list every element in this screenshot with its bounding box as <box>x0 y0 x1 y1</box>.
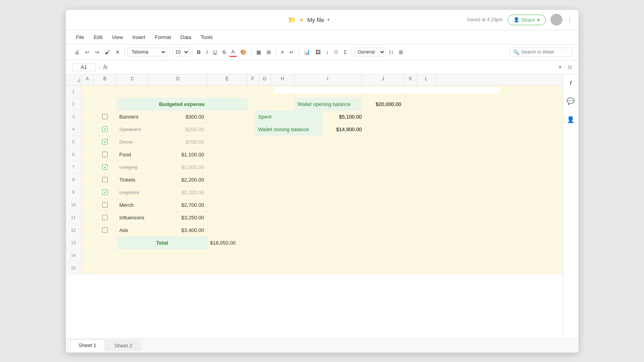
total-amount-cell[interactable]: $18,050.00 <box>208 237 239 249</box>
cell-f3[interactable] <box>208 111 220 123</box>
cell-a7[interactable] <box>82 161 93 173</box>
cell-e9[interactable]: $2,200.00 <box>176 186 208 199</box>
cell-cd8[interactable]: Tickets <box>117 174 176 186</box>
spent-label-cell[interactable]: Spent <box>255 111 322 123</box>
checkbox-merch[interactable] <box>102 202 108 208</box>
spent-value-cell[interactable]: $5,100.00 <box>322 111 366 123</box>
menu-item-format[interactable]: Format <box>151 33 175 42</box>
cell-f9[interactable] <box>208 186 220 199</box>
wallet-closing-value-cell[interactable]: $14,900.00 <box>322 123 366 136</box>
cell-cd12[interactable]: Ads <box>117 224 176 236</box>
cell-g4[interactable] <box>220 123 231 136</box>
menu-item-data[interactable]: Data <box>177 33 195 42</box>
number-format-selector[interactable]: General <box>354 48 386 56</box>
cell-b5[interactable] <box>93 136 117 148</box>
chart-button[interactable]: 📊 <box>301 48 312 56</box>
search-input[interactable] <box>521 49 569 55</box>
cell-f1[interactable] <box>247 85 259 98</box>
cell-b12[interactable] <box>93 224 117 236</box>
cell-cd3[interactable]: Banners <box>117 111 176 123</box>
cell-b9[interactable] <box>93 186 117 199</box>
cell-b11[interactable] <box>93 212 117 224</box>
merge-button[interactable]: ⊞ <box>264 48 273 56</box>
cell-e1[interactable] <box>208 85 247 98</box>
cell-a2[interactable] <box>82 98 93 110</box>
comment-sidebar-icon[interactable]: 💬 <box>564 95 577 107</box>
cell-f2[interactable] <box>247 98 259 110</box>
cell-cd9[interactable]: Logistics <box>117 186 176 199</box>
more-icon[interactable]: ⋮ <box>567 17 572 23</box>
cell-a3[interactable] <box>82 111 93 123</box>
italic-button[interactable]: I <box>204 48 210 56</box>
cell-a13[interactable] <box>82 237 93 249</box>
strikethrough-button[interactable]: S <box>220 48 228 56</box>
cell-e4[interactable]: $200.00 <box>176 123 208 136</box>
cell-e11[interactable]: $3,250.00 <box>176 212 208 224</box>
align-button[interactable]: ≡ <box>278 48 286 56</box>
cell-h2[interactable] <box>271 98 295 110</box>
col-header-h[interactable]: H <box>271 74 295 85</box>
cell-b1[interactable] <box>93 85 117 98</box>
print-button[interactable]: 🖨 <box>72 48 82 56</box>
cell-e8[interactable]: $2,200.00 <box>176 174 208 186</box>
cell-h4[interactable] <box>231 123 255 136</box>
cell-empty-15[interactable] <box>82 262 563 274</box>
grid-viewport[interactable]: A B C D E F G H I J K L 1 <box>66 74 563 338</box>
cell-f12[interactable] <box>208 224 220 236</box>
cell-e6[interactable]: $1,100.00 <box>176 149 208 161</box>
checkbox-ads[interactable] <box>102 227 108 233</box>
cell-b10[interactable] <box>93 199 117 211</box>
checkbox-food[interactable] <box>102 152 108 157</box>
cell-e3[interactable]: $300.00 <box>176 111 208 123</box>
col-header-d[interactable]: D <box>149 74 208 85</box>
font-size-selector[interactable]: 10 <box>172 48 190 56</box>
cell-a1[interactable] <box>82 85 93 98</box>
menu-item-insert[interactable]: Insert <box>129 33 149 42</box>
cell-e10[interactable]: $2,700.00 <box>176 199 208 211</box>
cell-e5[interactable]: $700.00 <box>176 136 208 148</box>
image-button[interactable]: 🖼 <box>313 48 323 56</box>
cell-h3[interactable] <box>231 111 255 123</box>
cell-f13[interactable] <box>239 237 251 249</box>
checkbox-tickets[interactable] <box>102 177 108 182</box>
checkbox-speakers[interactable] <box>102 126 108 132</box>
col-header-a[interactable]: A <box>82 74 93 85</box>
undo-button[interactable]: ↩ <box>83 48 92 56</box>
cell-b2[interactable] <box>93 98 117 110</box>
col-header-j[interactable]: J <box>362 74 405 85</box>
cell-c1[interactable] <box>117 85 149 98</box>
cell-f5[interactable] <box>208 136 220 148</box>
total-label-cell[interactable]: Total <box>117 237 208 249</box>
filter-button[interactable]: ▽ <box>332 48 340 56</box>
cell-k2[interactable] <box>405 98 417 110</box>
checkbox-decor[interactable] <box>102 139 108 145</box>
sidebar-toggle-icon[interactable]: ⊟ <box>568 64 572 70</box>
col-header-l[interactable]: L <box>417 74 437 85</box>
fill-color-button[interactable]: 🎨 <box>238 48 249 56</box>
bold-button[interactable]: B <box>195 48 203 56</box>
wallet-opening-value-cell[interactable]: $20,000.00 <box>362 98 405 110</box>
font-selector[interactable]: Tahoma <box>127 48 167 56</box>
menu-item-tools[interactable]: Tools <box>197 33 217 42</box>
cell-cd6[interactable]: Food <box>117 149 176 161</box>
cell-b13[interactable] <box>93 237 117 249</box>
cell-cd7[interactable]: Lodging <box>117 161 176 173</box>
col-header-k[interactable]: K <box>405 74 417 85</box>
cell-a11[interactable] <box>82 212 93 224</box>
budget-header-cell[interactable]: Budgeted expense <box>117 98 247 110</box>
cell-b8[interactable] <box>93 174 117 186</box>
sheet-tab-1[interactable]: Sheet 1 <box>71 340 105 351</box>
cell-f6[interactable] <box>208 149 220 161</box>
share-button[interactable]: 👤 Share ▾ <box>508 15 546 25</box>
col-header-g[interactable]: G <box>259 74 271 85</box>
cell-f10[interactable] <box>208 199 220 211</box>
menu-item-edit[interactable]: Edit <box>90 33 106 42</box>
cell-d1[interactable] <box>149 85 208 98</box>
cell-a12[interactable] <box>82 224 93 236</box>
col-header-b[interactable]: B <box>93 74 117 85</box>
cell-f4[interactable] <box>208 123 220 136</box>
col-header-f[interactable]: F <box>247 74 259 85</box>
col-header-c[interactable]: C <box>117 74 149 85</box>
menu-item-file[interactable]: File <box>72 33 88 42</box>
redo-button[interactable]: ↪ <box>93 48 102 56</box>
